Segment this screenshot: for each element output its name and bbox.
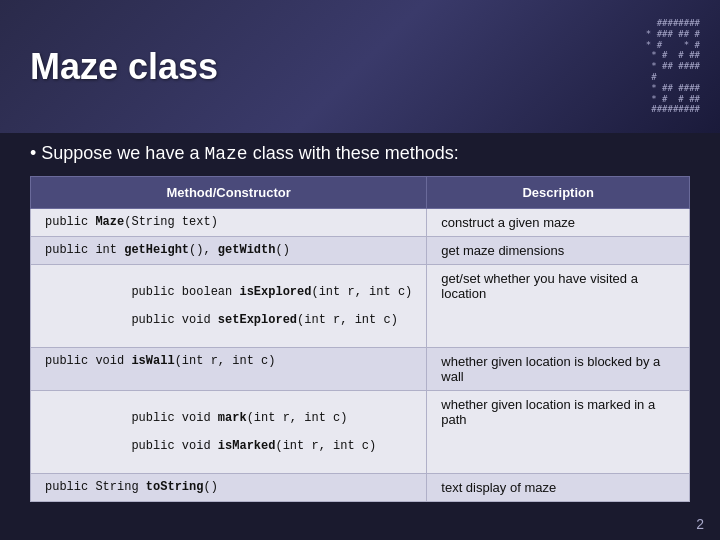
method-text: public Maze(String text) — [45, 215, 218, 229]
table-row: public void isWall(int r, int c) whether… — [31, 348, 690, 391]
method-text: public void isWall(int r, int c) — [45, 354, 275, 368]
method-cell: public void mark(int r, int c) public vo… — [31, 391, 427, 474]
slide: Maze class ########* ### ## #* # * #* # … — [0, 0, 720, 540]
description-cell: whether given location is marked in a pa… — [427, 391, 690, 474]
description-cell: whether given location is blocked by a w… — [427, 348, 690, 391]
method-text: public boolean isExplored(int r, int c) — [131, 285, 412, 299]
method-text: public void mark(int r, int c) — [131, 411, 347, 425]
bullet-point: • Suppose we have a Maze class with thes… — [30, 143, 690, 164]
method-cell: public String toString() — [31, 474, 427, 502]
description-cell: text display of maze — [427, 474, 690, 502]
method-text: public int getHeight(), getWidth() — [45, 243, 290, 257]
table-row: public int getHeight(), getWidth() get m… — [31, 237, 690, 265]
table-row: public String toString() text display of… — [31, 474, 690, 502]
method-text-2: public void isMarked(int r, int c) — [131, 439, 376, 453]
methods-table: Method/Constructor Description public Ma… — [30, 176, 690, 502]
maze-decoration: ########* ### ## #* # * #* # # ##* ## ##… — [646, 18, 700, 115]
method-text: public String toString() — [45, 480, 218, 494]
maze-code-inline: Maze — [204, 144, 247, 164]
table-row: public Maze(String text) construct a giv… — [31, 209, 690, 237]
main-content: • Suppose we have a Maze class with thes… — [0, 133, 720, 540]
page-number: 2 — [696, 516, 704, 532]
col-header-description: Description — [427, 177, 690, 209]
method-cell: public int getHeight(), getWidth() — [31, 237, 427, 265]
slide-title: Maze class — [30, 46, 218, 88]
method-cell: public void isWall(int r, int c) — [31, 348, 427, 391]
method-cell: public boolean isExplored(int r, int c) … — [31, 265, 427, 348]
col-header-method: Method/Constructor — [31, 177, 427, 209]
header: Maze class ########* ### ## #* # * #* # … — [0, 0, 720, 133]
description-cell: get/set whether you have visited a locat… — [427, 265, 690, 348]
table-row: public boolean isExplored(int r, int c) … — [31, 265, 690, 348]
method-text-2: public void setExplored(int r, int c) — [131, 313, 397, 327]
description-cell: get maze dimensions — [427, 237, 690, 265]
table-row: public void mark(int r, int c) public vo… — [31, 391, 690, 474]
description-cell: construct a given maze — [427, 209, 690, 237]
method-cell: public Maze(String text) — [31, 209, 427, 237]
